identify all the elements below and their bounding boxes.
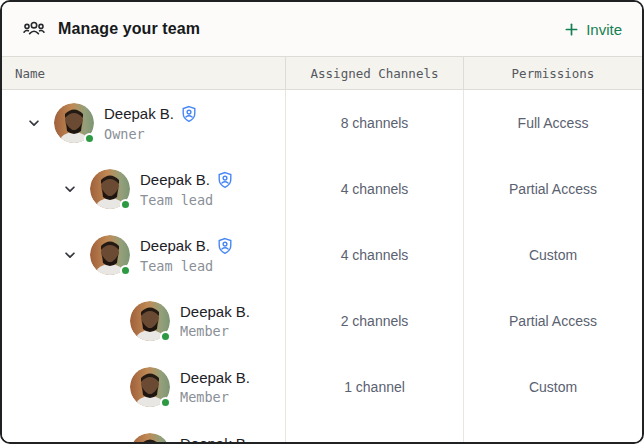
permissions-value: Custom xyxy=(463,354,642,420)
assigned-channels-value: 4 channels xyxy=(285,222,463,288)
member-name: Deepak B. xyxy=(180,369,250,386)
table-row[interactable]: Deepak B. Member 1 channel Full Access xyxy=(2,420,642,444)
member-name: Deepak B. xyxy=(180,435,250,444)
permissions-value: Full Access xyxy=(463,90,642,156)
chevron-down-icon[interactable] xyxy=(62,247,78,263)
member-role: Team lead xyxy=(140,258,234,274)
member-name: Deepak B. xyxy=(140,171,210,188)
member-role: Member xyxy=(180,389,250,405)
verified-shield-icon xyxy=(216,171,234,189)
permissions-value: Full Access xyxy=(463,420,642,444)
assigned-channels-value: 4 channels xyxy=(285,156,463,222)
online-status-dot xyxy=(120,199,131,210)
manage-team-window: Manage your team Invite Name Assigned Ch… xyxy=(0,0,644,444)
member-name: Deepak B. xyxy=(104,105,174,122)
column-header-name: Name xyxy=(2,57,285,89)
permissions-value: Custom xyxy=(463,222,642,288)
member-name: Deepak B. xyxy=(140,237,210,254)
table-row[interactable]: Deepak B. Team lead 4 channels Custom xyxy=(2,222,642,288)
table-row[interactable]: Deepak B. Member 1 channel Custom xyxy=(2,354,642,420)
avatar xyxy=(130,433,170,444)
avatar xyxy=(130,301,170,341)
assigned-channels-value: 1 channel xyxy=(285,354,463,420)
online-status-dot xyxy=(120,265,131,276)
plus-icon xyxy=(564,22,579,37)
online-status-dot xyxy=(160,397,171,408)
chevron-down-icon[interactable] xyxy=(62,181,78,197)
assigned-channels-value: 2 channels xyxy=(285,288,463,354)
permissions-value: Partial Access xyxy=(463,156,642,222)
column-header-channels: Assigned Channels xyxy=(285,57,463,89)
assigned-channels-value: 1 channel xyxy=(285,420,463,444)
permissions-value: Partial Access xyxy=(463,288,642,354)
assigned-channels-value: 8 channels xyxy=(285,90,463,156)
table-header: Name Assigned Channels Permissions xyxy=(2,56,642,90)
avatar xyxy=(90,169,130,209)
team-icon xyxy=(22,17,46,41)
member-role: Team lead xyxy=(140,192,234,208)
invite-button[interactable]: Invite xyxy=(564,21,622,38)
invite-button-label: Invite xyxy=(586,21,622,38)
page-title: Manage your team xyxy=(58,20,200,38)
member-role: Member xyxy=(180,323,250,339)
avatar xyxy=(54,103,94,143)
member-name: Deepak B. xyxy=(180,303,250,320)
chevron-down-icon[interactable] xyxy=(26,115,42,131)
column-header-permissions: Permissions xyxy=(463,57,642,89)
table-body: Deepak B. Owner 8 channels Full Access xyxy=(2,90,642,444)
table-row[interactable]: Deepak B. Member 2 channels Partial Acce… xyxy=(2,288,642,354)
avatar xyxy=(130,367,170,407)
verified-shield-icon xyxy=(180,105,198,123)
member-role: Owner xyxy=(104,126,198,142)
table-row[interactable]: Deepak B. Team lead 4 channels Partial A… xyxy=(2,156,642,222)
online-status-dot xyxy=(84,133,95,144)
table-row[interactable]: Deepak B. Owner 8 channels Full Access xyxy=(2,90,642,156)
avatar xyxy=(90,235,130,275)
title-bar: Manage your team Invite xyxy=(2,2,642,56)
online-status-dot xyxy=(160,331,171,342)
verified-shield-icon xyxy=(216,237,234,255)
